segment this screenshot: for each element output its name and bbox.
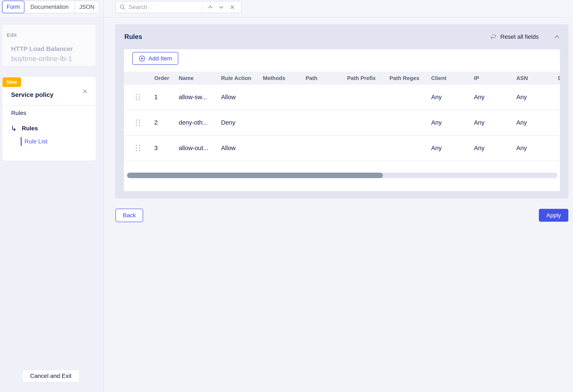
table-header-row: Order Name Rule Action Methods Path Path… [124, 72, 560, 85]
cell-client: Any [429, 119, 471, 126]
column-header-asn: ASN [514, 75, 555, 82]
search-input[interactable] [128, 4, 201, 11]
sidebar-item-rule-list-label: Rule List [24, 138, 47, 145]
search-clear-button[interactable] [227, 2, 238, 12]
column-header-ip: IP [471, 75, 514, 82]
cell-rule-action: Allow [218, 94, 260, 101]
sidebar-item-rule-list[interactable]: Rule List [21, 137, 47, 146]
drag-dots-icon [136, 119, 140, 126]
tab-json[interactable]: JSON [75, 1, 99, 13]
sidebar-item-rules-label: Rules [22, 125, 38, 132]
reset-all-fields-label: Reset all fields [500, 34, 539, 40]
horizontal-scrollbar-thumb[interactable] [127, 173, 383, 178]
search-icon [119, 4, 125, 10]
close-icon[interactable]: ✕ [82, 88, 88, 95]
cell-ip: Any [471, 119, 514, 126]
drag-dots-icon [136, 145, 140, 151]
column-header-rule-action: Rule Action [218, 75, 260, 82]
policy-card-divider [2, 105, 96, 105]
rules-panel-title: Rules [124, 33, 142, 41]
search-next-button[interactable] [216, 2, 227, 12]
column-header-methods: Methods [260, 75, 303, 82]
tree-branch-arrow-icon: ↳ [11, 125, 17, 132]
cell-rule-action: Allow [218, 145, 260, 152]
cell-name[interactable]: allow-out... [176, 145, 218, 152]
search-bar [115, 1, 242, 13]
cell-asn: Any [514, 119, 555, 126]
view-mode-tabs: Form Documentation JSON [2, 1, 99, 13]
sidebar-main-divider [103, 0, 104, 392]
column-header-path-prefix: Path Prefix [344, 75, 387, 82]
table-row: 3 allow-out... Allow Any Any Any [124, 136, 560, 161]
search-separator [202, 3, 203, 11]
new-badge: New [2, 77, 21, 87]
drag-handle[interactable] [124, 94, 152, 101]
reset-icon [490, 34, 497, 40]
sidebar-item-rules-subsection[interactable]: ↳ Rules [11, 125, 38, 132]
add-item-label: Add Item [148, 55, 172, 62]
reset-all-fields-button[interactable]: Reset all fields [490, 34, 539, 40]
collapse-panel-chevron-up-icon[interactable] [554, 33, 561, 40]
column-header-name: Name [176, 75, 218, 82]
column-header-clipped: D [555, 75, 560, 82]
cell-asn: Any [514, 145, 555, 152]
cell-order: 2 [152, 119, 176, 126]
table-row: 1 allow-sw... Allow Any Any Any [124, 85, 560, 110]
rules-panel-header: Rules Reset all fields [115, 24, 569, 49]
cancel-and-exit-button[interactable]: Cancel and Exit [22, 370, 80, 383]
cell-name[interactable]: deny-oth... [176, 119, 218, 126]
column-header-path-regex: Path Regex [387, 75, 429, 82]
edit-kicker: Edit [7, 32, 96, 38]
cell-client: Any [429, 94, 471, 101]
tab-documentation[interactable]: Documentation [24, 1, 75, 13]
cell-asn: Any [514, 94, 555, 101]
column-header-order: Order [152, 75, 176, 82]
object-type-label: HTTP Load Balancer [11, 45, 96, 52]
column-header-client: Client [429, 75, 471, 82]
plus-circle-icon [139, 55, 145, 62]
object-name-label: buytime-online-lb-1 [11, 54, 96, 63]
drag-dots-icon [136, 94, 140, 101]
cell-client: Any [429, 145, 471, 152]
sidebar-background [0, 18, 103, 392]
active-item-bar [21, 137, 22, 146]
sidebar-item-rules-section[interactable]: Rules [11, 110, 26, 117]
cell-name[interactable]: allow-sw... [176, 94, 218, 101]
search-prev-button[interactable] [205, 2, 216, 12]
cell-order: 3 [152, 145, 176, 152]
cell-rule-action: Deny [218, 119, 260, 126]
apply-button[interactable]: Apply [539, 209, 568, 222]
cell-ip: Any [471, 145, 514, 152]
tab-form[interactable]: Form [2, 1, 24, 13]
drag-handle[interactable] [124, 145, 152, 151]
cell-ip: Any [471, 94, 514, 101]
column-header-path: Path [303, 75, 344, 82]
rules-table-card: Add Item Order Name Rule Action Methods … [124, 49, 560, 191]
edit-context-card: Edit HTTP Load Balancer buytime-online-l… [2, 25, 96, 66]
drag-handle[interactable] [124, 119, 152, 126]
back-button[interactable]: Back [115, 209, 143, 222]
horizontal-scrollbar-track[interactable] [127, 173, 557, 178]
policy-card-title: Service policy [11, 91, 54, 98]
table-row: 2 deny-oth... Deny Any Any Any [124, 110, 560, 136]
cell-order: 1 [152, 94, 176, 101]
service-policy-card: New Service policy ✕ Rules ↳ Rules Rule … [2, 77, 96, 161]
add-item-button[interactable]: Add Item [132, 52, 178, 65]
rules-panel: Rules Reset all fields [115, 24, 569, 199]
